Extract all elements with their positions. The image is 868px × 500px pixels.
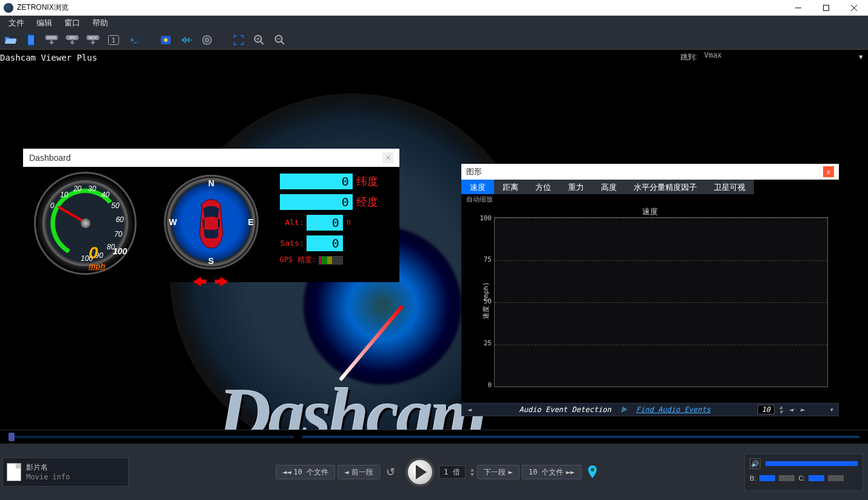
dashboard-titlebar[interactable]: Dashboard ✕ xyxy=(23,149,399,167)
gps-readouts: 0 纬度 0 经度 Alt: 0 ft Sats: 0 GPS 精度: xyxy=(280,172,395,277)
speedometer-gauge: 0102030405060708090100 0 100 mph xyxy=(34,172,137,275)
main-content: Dashcam Dashboard ✕ 01020304050607080901… xyxy=(0,63,868,445)
rate-stepper-icon[interactable]: ▲▼ xyxy=(470,467,475,477)
graph-titlebar[interactable]: 图形 x xyxy=(461,164,839,180)
tab-distance[interactable]: 距离 xyxy=(494,180,527,194)
seek-thumb[interactable] xyxy=(8,433,15,441)
tab-speed[interactable]: 速度 xyxy=(461,180,494,194)
svg-rect-7 xyxy=(34,35,36,46)
jump-select[interactable]: Vmax xyxy=(704,51,862,63)
svg-rect-1 xyxy=(824,5,829,10)
file-seek-bar[interactable] xyxy=(8,436,294,438)
contrast-slider[interactable] xyxy=(809,475,824,481)
brightness-slider[interactable] xyxy=(759,475,775,481)
graph-close-icon[interactable]: x xyxy=(823,166,834,177)
brightness-label: B: xyxy=(750,475,756,482)
timeline-scrubber xyxy=(0,430,868,444)
altitude-label: Alt: xyxy=(280,218,304,227)
speed-value: 0 xyxy=(89,243,98,263)
tab-altitude[interactable]: 高度 xyxy=(592,180,625,194)
close-button[interactable] xyxy=(840,0,868,16)
footer-prev2-icon[interactable]: ◄ xyxy=(787,405,794,414)
footer-next-icon[interactable]: ► xyxy=(799,405,806,414)
dashboard-title: Dashboard xyxy=(29,153,71,163)
compass-e: E xyxy=(248,217,253,227)
back-10-files-button[interactable]: ◄◄ 10 个文件 xyxy=(276,465,335,479)
terminal-icon[interactable]: >_ xyxy=(126,32,142,48)
svg-line-21 xyxy=(260,41,263,44)
prev-clip-button[interactable]: ◄ 前一段 xyxy=(337,465,379,479)
window-titlebar: ZETRONIX浏览 xyxy=(0,0,868,16)
data-icon[interactable]: DATA xyxy=(44,32,59,48)
next-clip-button[interactable]: 下一段 ► xyxy=(477,465,519,479)
fwd-10-files-button[interactable]: 10 个文件 ►► xyxy=(522,465,581,479)
tab-sats[interactable]: 卫星可视 xyxy=(705,180,754,194)
audio-wave-small-icon: ⫸ xyxy=(620,405,628,414)
jump-value: Vmax xyxy=(704,51,722,59)
open-folder-icon[interactable] xyxy=(2,32,18,48)
gauge-tick-0: 0 xyxy=(50,201,55,210)
movie-info-panel[interactable]: 影片名 Movie info xyxy=(2,458,129,487)
toolbar: DATA JPG MOV 1 >_ xyxy=(0,30,868,50)
playback-rate[interactable]: 1 倍 xyxy=(439,465,466,479)
app-icon xyxy=(4,3,13,13)
location-pin-icon[interactable] xyxy=(588,465,597,479)
minimize-button[interactable] xyxy=(784,0,812,16)
tab-gforce[interactable]: 重力 xyxy=(560,180,592,194)
zoom-in-icon[interactable] xyxy=(251,32,267,48)
tab-bearing[interactable]: 方位 xyxy=(527,180,560,194)
movie-info-text: Movie info xyxy=(26,472,70,482)
footer-menu-icon[interactable]: ▾ xyxy=(828,405,835,414)
latitude-label: 纬度 xyxy=(356,174,378,189)
stepper-icon[interactable]: ▲▼ xyxy=(779,405,782,414)
find-audio-events-link[interactable]: Find Audio Events xyxy=(636,405,711,414)
gps-accuracy-bars xyxy=(319,256,343,265)
transport-controls: ◄◄ 10 个文件 ◄ 前一段 ↺ 1 倍 ▲▼ 下一段 ► 10 个文件 ►► xyxy=(129,458,744,487)
volume-slider[interactable] xyxy=(765,461,858,466)
ytick-100: 100 xyxy=(477,214,492,222)
snapshot-icon[interactable] xyxy=(158,32,174,48)
ytick-0: 0 xyxy=(477,381,492,389)
gauge-tick-10: 10 xyxy=(60,191,68,199)
dropdown-caret-icon: ▾ xyxy=(859,52,863,61)
single-view-icon[interactable]: 1 xyxy=(106,32,121,48)
menu-file[interactable]: 文件 xyxy=(2,16,30,30)
audio-event-count[interactable]: 10 xyxy=(758,405,775,414)
ytick-25: 25 xyxy=(477,339,492,347)
svg-text:1: 1 xyxy=(112,36,115,44)
fullscreen-icon[interactable] xyxy=(231,32,246,48)
svg-text:JPG: JPG xyxy=(69,36,76,39)
audio-wave-icon[interactable] xyxy=(178,32,194,48)
autoscale-toggle[interactable]: 自动缩放 xyxy=(466,195,493,203)
footer-prev-icon[interactable]: ◄ xyxy=(466,405,472,414)
undo-icon[interactable]: ↺ xyxy=(386,465,399,479)
zoom-out-icon[interactable] xyxy=(272,32,288,48)
play-button[interactable] xyxy=(405,458,435,487)
menu-help[interactable]: 帮助 xyxy=(86,16,114,30)
target-icon[interactable] xyxy=(199,32,215,48)
graph-title-text: 图形 xyxy=(466,166,482,177)
export-jpg-icon[interactable]: JPG xyxy=(64,32,80,48)
export-mov-icon[interactable]: MOV xyxy=(85,32,101,48)
chart-plot[interactable] xyxy=(494,217,828,387)
menu-window[interactable]: 窗口 xyxy=(58,16,86,30)
gauge-tick-60: 60 xyxy=(116,215,124,224)
svg-rect-27 xyxy=(203,219,205,228)
tab-hdop[interactable]: 水平分量精度因子 xyxy=(625,180,705,194)
altitude-value: 0 xyxy=(307,215,343,231)
volume-panel: 🔊 B: C: xyxy=(744,453,863,491)
menu-edit[interactable]: 编辑 xyxy=(30,16,58,30)
volume-icon[interactable]: 🔊 xyxy=(750,458,761,469)
film-icon[interactable] xyxy=(23,32,39,48)
ytick-50: 50 xyxy=(477,297,492,305)
clip-seek-bar[interactable] xyxy=(302,436,860,438)
dashboard-close-icon[interactable]: ✕ xyxy=(382,152,393,163)
gauge-tick-70: 70 xyxy=(114,230,122,238)
graph-footer: ◄ Audio Event Detection ⫸ Find Audio Eve… xyxy=(461,403,839,416)
window-title: ZETRONIX浏览 xyxy=(17,2,784,13)
maximize-button[interactable] xyxy=(812,0,840,16)
app-name: Dashcam Viewer Plus xyxy=(0,52,97,62)
turn-left-icon[interactable] xyxy=(193,277,206,286)
turn-right-icon[interactable] xyxy=(215,277,228,286)
dashboard-panel: Dashboard ✕ 0102030405060708090100 0 100… xyxy=(23,149,399,282)
